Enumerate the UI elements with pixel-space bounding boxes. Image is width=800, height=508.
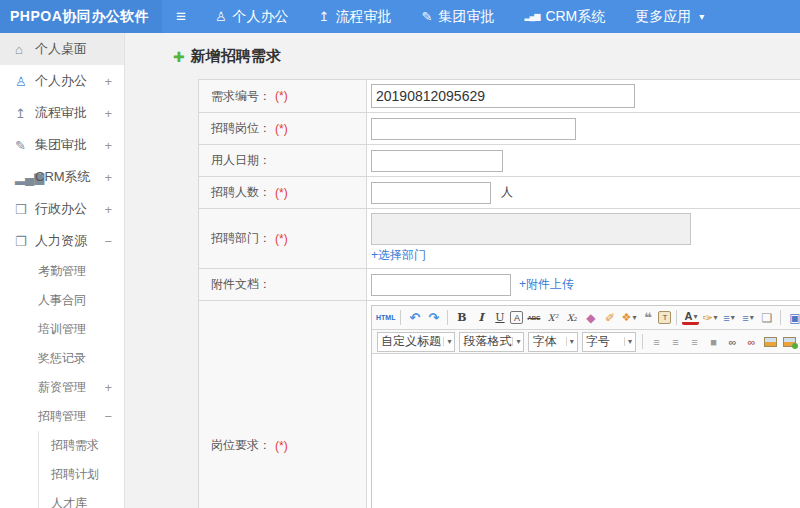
form-row-post: 招聘岗位：(*): [199, 113, 800, 145]
underline-icon[interactable]: U: [491, 308, 508, 327]
nav-label: 流程审批: [335, 8, 391, 26]
nav-more-apps[interactable]: 更多应用▾: [620, 0, 719, 33]
nav-group-approval[interactable]: ✎集团审批: [406, 0, 509, 33]
sidebar-item-label: 考勤管理: [38, 263, 114, 280]
sidebar-item-label: 人事合同: [38, 292, 114, 309]
caret-down-icon: ▾: [693, 311, 697, 322]
required-mark: (*): [275, 89, 288, 103]
main-content: ✚ 新增招聘需求 需求编号：(*) 招聘岗位：(*) 用人日期： 招聘人数：(*…: [125, 33, 800, 508]
edit-icon: ✎: [421, 9, 432, 24]
sidebar-item-attendance[interactable]: 考勤管理: [0, 257, 124, 286]
paste-text-icon[interactable]: T: [658, 311, 671, 324]
required-mark: (*): [275, 439, 288, 453]
align-left-icon[interactable]: ≡: [648, 332, 665, 351]
html-source-button[interactable]: HTML: [376, 308, 395, 327]
expand-plus-icon: +: [104, 170, 114, 185]
highlight-icon[interactable]: ✑▾: [701, 308, 718, 327]
collapse-minus-icon: −: [104, 234, 114, 249]
align-right-icon[interactable]: ≡: [686, 332, 703, 351]
link-icon[interactable]: ∞: [724, 332, 741, 351]
sidebar-item-label: 培训管理: [38, 321, 114, 338]
image-icon[interactable]: [762, 332, 779, 351]
subscript-icon[interactable]: X₂: [563, 308, 580, 327]
superscript-icon[interactable]: X²: [544, 308, 561, 327]
hamburger-icon[interactable]: ≡: [162, 0, 200, 33]
person-icon: ♙: [215, 9, 227, 24]
align-justify-icon[interactable]: ■: [705, 332, 722, 351]
toolbar-separator: [642, 334, 643, 349]
post-input[interactable]: [371, 118, 576, 140]
size-select[interactable]: 字号▾: [582, 332, 636, 352]
sidebar-item-training[interactable]: 培训管理: [0, 315, 124, 344]
sidebar-item-label: 薪资管理: [38, 379, 104, 396]
toolbar-separator: [780, 310, 781, 325]
paragraph-select[interactable]: 段落格式▾: [459, 332, 524, 352]
sidebar-item-rewards[interactable]: 奖惩记录: [0, 344, 124, 373]
sidebar-item-hr[interactable]: ❐人力资源−: [0, 225, 124, 257]
nav-label: 集团审批: [438, 8, 494, 26]
select-department-link[interactable]: +选择部门: [371, 247, 426, 264]
toolbar-separator: [676, 310, 677, 325]
page-title-text: 新增招聘需求: [191, 47, 281, 66]
sidebar-item-crm-system[interactable]: ▂▄▆CRM系统+: [0, 161, 124, 193]
sidebar-item-process-approval[interactable]: ↥流程审批+: [0, 97, 124, 129]
sidebar-item-group-approval[interactable]: ✎集团审批+: [0, 129, 124, 161]
form-row-date: 用人日期：: [199, 145, 800, 177]
form-row-department: 招聘部门：(*) +选择部门: [199, 209, 800, 269]
code-input[interactable]: [371, 84, 635, 108]
sidebar-item-talent-pool[interactable]: 人才库: [39, 489, 124, 508]
briefcase-icon: ❒: [15, 202, 35, 217]
sidebar-item-admin-office[interactable]: ❒行政办公+: [0, 193, 124, 225]
caret-down-icon: ▾: [713, 313, 717, 322]
align-center-icon[interactable]: ≡: [667, 332, 684, 351]
eraser-icon[interactable]: ◆: [582, 308, 599, 327]
form-row-attachment: 附件文档： +附件上传: [199, 269, 800, 301]
image-add-icon[interactable]: [781, 332, 798, 351]
sidebar-item-salary[interactable]: 薪资管理+: [0, 373, 124, 402]
italic-icon[interactable]: I: [472, 308, 489, 327]
editor-toolbar-row1: HTML↶↷BIUAABCX²X₂◆✐❖▾❝TA▾✑▾≡▾≡▾❏▣: [372, 306, 800, 330]
unordered-list-icon[interactable]: ≡▾: [739, 308, 756, 327]
sidebar-item-personal-office[interactable]: ♙个人办公+: [0, 65, 124, 97]
blockquote-icon[interactable]: ❝: [639, 308, 656, 327]
strikethrough-icon[interactable]: ABC: [525, 308, 542, 327]
nav-personal-office[interactable]: ♙个人办公: [200, 0, 304, 33]
sidebar-item-label: 个人办公: [35, 72, 104, 90]
select-value: 段落格式: [463, 333, 511, 350]
code-label: 需求编号：: [211, 88, 271, 105]
date-input[interactable]: [371, 150, 503, 172]
sidebar-item-hr-contract[interactable]: 人事合同: [0, 286, 124, 315]
undo-icon[interactable]: ↶: [406, 308, 423, 327]
sidebar-item-label: 奖惩记录: [38, 350, 114, 367]
sidebar-item-label: 集团审批: [35, 136, 104, 154]
sidebar-item-label: 人才库: [51, 495, 114, 508]
select-value: 字体: [532, 333, 556, 350]
font-color-icon[interactable]: A▾: [682, 311, 699, 325]
nav-process-approval[interactable]: ↥流程审批: [304, 0, 407, 33]
redo-icon[interactable]: ↷: [425, 308, 442, 327]
recruitment-form: 需求编号：(*) 招聘岗位：(*) 用人日期： 招聘人数：(*) 人 招聘部门：…: [198, 79, 800, 508]
department-textarea[interactable]: [371, 213, 691, 245]
sidebar-item-personal-desktop[interactable]: ⌂个人桌面: [0, 33, 124, 65]
count-input[interactable]: [371, 182, 491, 204]
editor-content-area[interactable]: [372, 354, 800, 508]
bold-icon[interactable]: B: [453, 308, 470, 327]
attachment-input[interactable]: [371, 274, 511, 296]
sidebar-item-recruit-plan[interactable]: 招聘计划: [39, 460, 124, 489]
ordered-list-icon[interactable]: ≡▾: [720, 308, 737, 327]
nav-crm-system[interactable]: ▂▄▆CRM系统: [509, 0, 620, 33]
unlink-icon[interactable]: ∞: [743, 332, 760, 351]
auto-typeset-icon[interactable]: ❖▾: [620, 308, 637, 327]
font-select[interactable]: 字体▾: [528, 332, 577, 352]
attachment-label: 附件文档：: [211, 276, 271, 293]
sidebar-item-recruit[interactable]: 招聘管理−: [0, 402, 124, 431]
person-icon: ♙: [15, 74, 35, 89]
new-page-icon[interactable]: ❏: [758, 308, 775, 327]
toolbar-separator: [400, 310, 401, 325]
sidebar-item-recruit-demand[interactable]: 招聘需求: [39, 431, 124, 460]
custom-title-select[interactable]: 自定义标题▾: [377, 332, 455, 352]
preview-icon[interactable]: ▣: [786, 308, 800, 327]
font-border-icon[interactable]: A: [510, 311, 523, 324]
attachment-upload-link[interactable]: +附件上传: [519, 276, 574, 293]
format-painter-icon[interactable]: ✐: [601, 308, 618, 327]
